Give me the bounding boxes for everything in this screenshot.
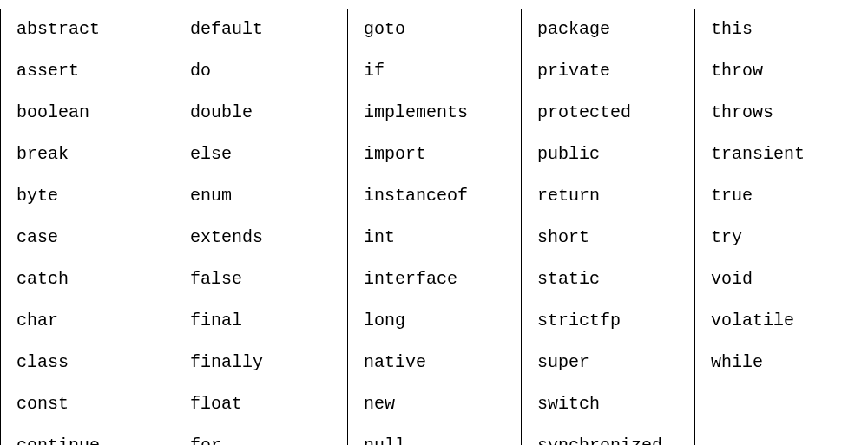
keyword-cell: null [364,425,512,445]
keyword-cell: while [711,342,859,383]
keywords-table: abstract assert boolean break byte case … [0,9,868,445]
keyword-cell: byte [16,175,165,217]
keyword-cell: true [711,175,859,217]
keyword-cell: transient [711,134,859,175]
keyword-cell: catch [16,258,165,300]
keyword-cell: throws [711,92,859,134]
keyword-cell: throw [711,50,859,92]
keyword-cell: synchronized [537,425,686,445]
keyword-cell: native [364,342,512,383]
keyword-cell: goto [364,9,512,50]
keyword-cell: final [190,300,339,342]
keyword-cell: protected [537,92,686,134]
keyword-cell: this [711,9,859,50]
keyword-cell: case [16,217,165,258]
keyword-cell: boolean [16,92,165,134]
keyword-cell: default [190,9,339,50]
keyword-cell: long [364,300,512,342]
keyword-cell: abstract [16,9,165,50]
keyword-cell: public [537,134,686,175]
keyword-cell: break [16,134,165,175]
keyword-cell: private [537,50,686,92]
keyword-cell: double [190,92,339,134]
keyword-cell: instanceof [364,175,512,217]
keyword-cell: interface [364,258,512,300]
column-1: abstract assert boolean break byte case … [0,9,174,445]
keyword-cell: volatile [711,300,859,342]
keyword-cell: do [190,50,339,92]
keyword-cell: char [16,300,165,342]
keyword-cell: float [190,383,339,425]
keyword-cell: short [537,217,686,258]
keyword-cell: for [190,425,339,445]
keyword-cell: switch [537,383,686,425]
column-5: this throw throws transient true try voi… [694,9,868,445]
keyword-cell: else [190,134,339,175]
keyword-cell: void [711,258,859,300]
keyword-cell: const [16,383,165,425]
column-4: package private protected public return … [521,9,694,445]
keyword-cell: super [537,342,686,383]
keyword-cell: finally [190,342,339,383]
keyword-cell: try [711,217,859,258]
keyword-cell: strictfp [537,300,686,342]
column-2: default do double else enum extends fals… [174,9,347,445]
keyword-cell: extends [190,217,339,258]
keyword-cell: implements [364,92,512,134]
keyword-cell: return [537,175,686,217]
keyword-cell: package [537,9,686,50]
keyword-cell: int [364,217,512,258]
keyword-cell: if [364,50,512,92]
keyword-cell: enum [190,175,339,217]
keyword-cell: new [364,383,512,425]
keyword-cell: class [16,342,165,383]
column-3: goto if implements import instanceof int… [347,9,521,445]
keyword-cell: continue [16,425,165,445]
keyword-cell: static [537,258,686,300]
keyword-cell: assert [16,50,165,92]
keyword-cell: false [190,258,339,300]
keyword-cell: import [364,134,512,175]
